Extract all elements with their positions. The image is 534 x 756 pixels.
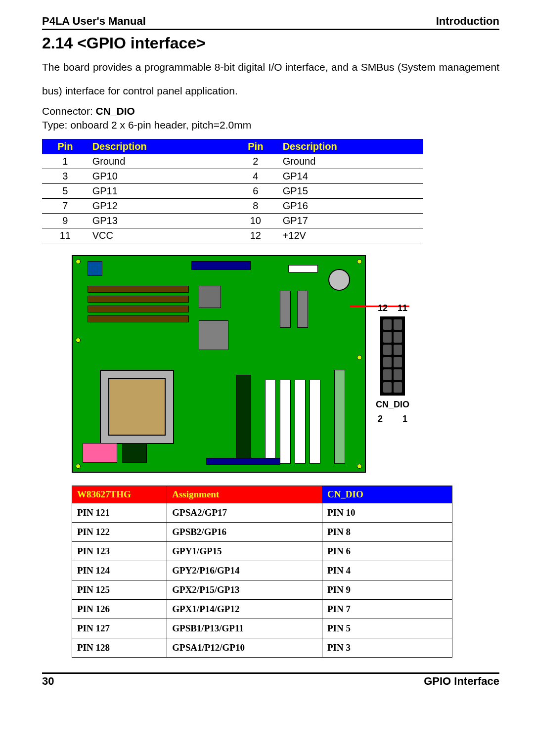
table-row: 11VCC12+12V	[42, 228, 423, 243]
cndio-pin: PIN 4	[322, 561, 452, 580]
section-title: 2.14 <GPIO interface>	[42, 34, 499, 52]
w83627-pin: PIN 126	[72, 599, 167, 619]
th-desc-b: Description	[279, 139, 423, 154]
w83627-pin: PIN 122	[72, 522, 167, 541]
footer-right: GPIO Interface	[424, 675, 499, 688]
desc-a: Ground	[89, 154, 232, 169]
pin-header-icon	[380, 316, 405, 396]
table-row: PIN 128GPSA1/P12/GP10PIN 3	[72, 638, 452, 657]
w83627-pin: PIN 121	[72, 503, 167, 522]
desc-b: Ground	[279, 154, 423, 169]
cndio-pin: PIN 5	[322, 619, 452, 638]
desc-b: +12V	[279, 228, 423, 243]
page-number: 30	[42, 675, 54, 688]
cndio-pin: PIN 7	[322, 599, 452, 619]
table-row: PIN 121GPSA2/GP17PIN 10	[72, 503, 452, 522]
w83627-pin: PIN 124	[72, 561, 167, 580]
table-row: 1Ground2Ground	[42, 154, 423, 169]
connector-value: CN_DIO	[96, 105, 135, 117]
table-row: 9GP1310GP17	[42, 213, 423, 228]
assignment: GPX1/P14/GP12	[167, 599, 322, 619]
desc-a: GP11	[89, 183, 232, 198]
table-row: 3GP104GP14	[42, 169, 423, 183]
connector-label: Connector:	[42, 105, 96, 117]
table-row: PIN 124GPY2/P16/GP14PIN 4	[72, 561, 452, 580]
cndio-pin: PIN 10	[322, 503, 452, 522]
desc-b: GP16	[279, 198, 423, 213]
pin-b: 2	[232, 154, 279, 169]
assignment: GPSB2/GP16	[167, 522, 322, 541]
table-row: 5GP116GP15	[42, 183, 423, 198]
connector-line: Connector: CN_DIO	[42, 105, 499, 117]
type-line: Type: onboard 2 x 6-pin header, pitch=2.…	[42, 119, 499, 131]
pin-a: 9	[42, 213, 89, 228]
w83627-pin: PIN 123	[72, 541, 167, 561]
w83627-pin: PIN 128	[72, 638, 167, 657]
th-cndio: CN_DIO	[322, 486, 452, 503]
th-assignment: Assignment	[167, 486, 322, 503]
pin-label-1: 1	[402, 414, 407, 424]
table-row: PIN 127GPSB1/P13/GP11PIN 5	[72, 619, 452, 638]
page-header: P4LA User's Manual Introduction	[42, 15, 499, 30]
pin-b: 4	[232, 169, 279, 183]
th-desc-a: Description	[89, 139, 232, 154]
assignment: GPX2/P15/GP13	[167, 580, 322, 599]
table-row: PIN 122GPSB2/GP16PIN 8	[72, 522, 452, 541]
cn-dio-pinout: 12 11 CN_DIO 2 1	[376, 303, 409, 424]
intro-paragraph: The board provides a programmable 8-bit …	[42, 55, 499, 103]
assignment: GPY1/GP15	[167, 541, 322, 561]
pin-a: 1	[42, 154, 89, 169]
cndio-pin: PIN 8	[322, 522, 452, 541]
w83627-pin: PIN 125	[72, 580, 167, 599]
pin-a: 3	[42, 169, 89, 183]
pin-b: 12	[232, 228, 279, 243]
desc-a: GP13	[89, 213, 232, 228]
board-diagram-wrap: 12 11 CN_DIO 2 1	[42, 255, 499, 473]
desc-a: GP10	[89, 169, 232, 183]
pin-a: 7	[42, 198, 89, 213]
header-right: Introduction	[436, 15, 499, 28]
cndio-pin: PIN 3	[322, 638, 452, 657]
cndio-pin: PIN 9	[322, 580, 452, 599]
assignment: GPSA2/GP17	[167, 503, 322, 522]
motherboard-diagram	[72, 255, 366, 473]
assignment: GPSA1/P12/GP10	[167, 638, 322, 657]
pin-b: 8	[232, 198, 279, 213]
page-footer: 30 GPIO Interface	[42, 672, 499, 688]
th-w83627: W83627THG	[72, 486, 167, 503]
table-row: PIN 125GPX2/P15/GP13PIN 9	[72, 580, 452, 599]
assignment: GPSB1/P13/GP11	[167, 619, 322, 638]
pin-label-11: 11	[398, 303, 407, 313]
pin-a: 11	[42, 228, 89, 243]
desc-a: GP12	[89, 198, 232, 213]
cn-dio-label: CN_DIO	[376, 400, 409, 410]
assignment-table: W83627THG Assignment CN_DIO PIN 121GPSA2…	[72, 486, 452, 658]
desc-b: GP15	[279, 183, 423, 198]
assignment: GPY2/P16/GP14	[167, 561, 322, 580]
pin-a: 5	[42, 183, 89, 198]
header-left: P4LA User's Manual	[42, 15, 146, 28]
table-row: PIN 126GPX1/P14/GP12PIN 7	[72, 599, 452, 619]
desc-b: GP14	[279, 169, 423, 183]
table-row: 7GP128GP16	[42, 198, 423, 213]
th-pin-b: Pin	[232, 139, 279, 154]
pin-b: 6	[232, 183, 279, 198]
cndio-pin: PIN 6	[322, 541, 452, 561]
pin-table: Pin Description Pin Description 1Ground2…	[42, 139, 423, 243]
w83627-pin: PIN 127	[72, 619, 167, 638]
pin-b: 10	[232, 213, 279, 228]
table-row: PIN 123GPY1/GP15PIN 6	[72, 541, 452, 561]
desc-b: GP17	[279, 213, 423, 228]
desc-a: VCC	[89, 228, 232, 243]
th-pin-a: Pin	[42, 139, 89, 154]
pin-label-12: 12	[378, 303, 388, 313]
pin-label-2: 2	[378, 414, 383, 424]
